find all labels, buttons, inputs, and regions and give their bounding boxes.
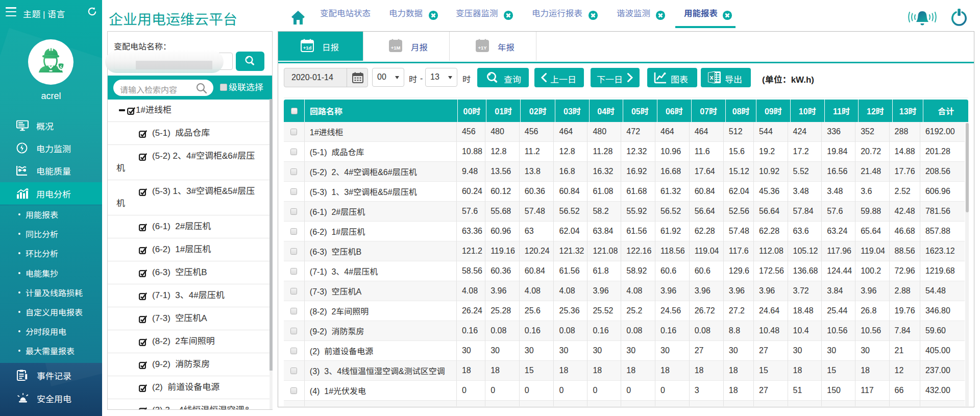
svg-text:+1Y: +1Y	[478, 45, 487, 51]
svg-text:+1M: +1M	[391, 45, 401, 51]
svg-text:x: x	[709, 74, 714, 81]
svg-text:+1d: +1d	[303, 45, 312, 51]
